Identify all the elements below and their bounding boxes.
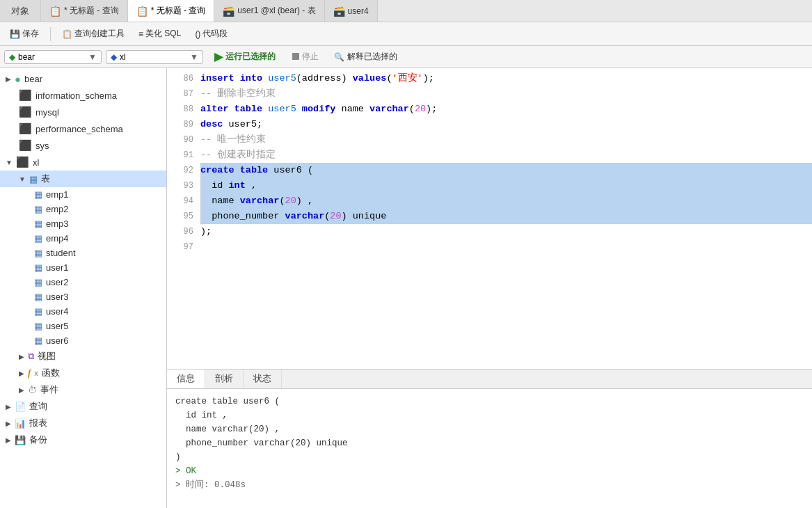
mysql-label: mysql: [35, 107, 59, 118]
bear-selector[interactable]: ◆ bear ▼: [4, 50, 102, 64]
sidebar-item-user5[interactable]: ▦ user5: [0, 319, 166, 333]
line-content-94: name varchar(20) ,: [200, 193, 812, 209]
query-build-button[interactable]: 📋 查询创建工具: [56, 26, 130, 42]
line-content-93: id int ,: [200, 178, 812, 193]
line-content-90: -- 唯一性约束: [200, 132, 812, 148]
query-icon: 📄: [15, 402, 26, 412]
sidebar-item-view[interactable]: ▶ ⧉ 视图: [0, 348, 166, 365]
line-num-96: 96: [167, 224, 200, 239]
sidebar-item-user2[interactable]: ▦ user2: [0, 275, 166, 289]
sidebar-item-func[interactable]: ▶ fx 函数: [0, 365, 166, 381]
sidebar-item-emp2[interactable]: ▦ emp2: [0, 202, 166, 216]
sidebar-item-table-group[interactable]: ▼ ▦ 表: [0, 170, 166, 187]
sidebar-item-xl[interactable]: ▼ ⬛ xl: [0, 154, 166, 170]
emp1-icon: ▦: [34, 189, 42, 200]
user6-label: user6: [46, 335, 69, 346]
sidebar-item-user1[interactable]: ▦ user1: [0, 260, 166, 275]
line-content-95: phone_number varchar(20) unique: [200, 209, 812, 224]
sidebar-item-information-schema[interactable]: ⬛ information_schema: [0, 87, 166, 104]
result-sql-line1: create table user6 (: [175, 395, 804, 408]
user2-label: user2: [46, 277, 69, 287]
tab-query2[interactable]: 📋 * 无标题 - 查询: [128, 0, 215, 22]
emp3-label: emp3: [46, 219, 69, 229]
code-line-96: 96 );: [167, 224, 812, 239]
tab-table2-label: user4: [348, 6, 369, 16]
run-button[interactable]: ▶ 运行已选择的: [207, 48, 282, 65]
sidebar-item-emp1[interactable]: ▦ emp1: [0, 187, 166, 202]
line-num-87: 87: [167, 86, 200, 102]
emp2-label: emp2: [46, 204, 69, 214]
result-tab-profile[interactable]: 剖析: [205, 370, 244, 388]
emp1-label: emp1: [46, 189, 69, 200]
result-content: create table user6 ( id int , name varch…: [167, 389, 812, 508]
sidebar-item-performance-schema[interactable]: ⬛ performance_schema: [0, 120, 166, 137]
code-editor[interactable]: 86 insert into user5(address) values('西安…: [167, 68, 812, 369]
bear-arrow-icon: ▼: [88, 52, 97, 62]
sidebar-item-sys[interactable]: ⬛ sys: [0, 137, 166, 154]
user2-icon: ▦: [34, 277, 42, 287]
emp4-icon: ▦: [34, 233, 42, 244]
tab-query1-label: * 无标题 - 查询: [64, 5, 119, 17]
emp3-icon: ▦: [34, 219, 42, 229]
tab-table2[interactable]: 🗃️ user4: [325, 0, 378, 22]
result-tab-info[interactable]: 信息: [167, 370, 205, 388]
sidebar-item-emp3[interactable]: ▦ emp3: [0, 216, 166, 231]
query2-icon: 📋: [136, 6, 148, 17]
line-num-94: 94: [167, 193, 200, 209]
result-ok: > OK: [175, 464, 804, 478]
tab-table1[interactable]: 🗃️ user1 @xl (bear) - 表: [214, 0, 324, 22]
sidebar-item-user6[interactable]: ▦ user6: [0, 333, 166, 348]
user3-label: user3: [46, 292, 69, 302]
func-label: 函数: [42, 367, 60, 379]
result-tab-status[interactable]: 状态: [244, 370, 282, 388]
event-expand-icon: ▶: [19, 386, 24, 394]
line-num-88: 88: [167, 102, 200, 117]
line-content-96: );: [200, 224, 812, 239]
code-segment-button[interactable]: () 代码段: [189, 26, 233, 42]
code-line-88: 88 alter table user5 modify name varchar…: [167, 102, 812, 117]
toolbar-sep1: [50, 27, 51, 41]
xl-label: xl: [120, 52, 126, 62]
main-layout: ▶ ● bear ⬛ information_schema ⬛ mysql ⬛ …: [0, 68, 812, 508]
line-num-93: 93: [167, 178, 200, 193]
bear-db-label: bear: [24, 74, 42, 84]
stop-button[interactable]: 停止: [287, 49, 324, 65]
explain-icon: 🔍: [334, 52, 344, 62]
user1-icon: ▦: [34, 262, 42, 273]
xl-arrow-icon: ▼: [190, 52, 198, 62]
user4-icon: ▦: [34, 306, 42, 317]
sidebar-item-mysql[interactable]: ⬛ mysql: [0, 104, 166, 120]
sidebar-item-query[interactable]: ▶ 📄 查询: [0, 398, 166, 415]
student-label: student: [46, 248, 76, 258]
bear-expand-icon: ▶: [6, 75, 11, 83]
table1-icon: 🗃️: [223, 6, 234, 17]
sidebar: ▶ ● bear ⬛ information_schema ⬛ mysql ⬛ …: [0, 68, 167, 508]
code-segment-label: 代码段: [202, 28, 228, 40]
sidebar-item-backup[interactable]: ▶ 💾 备份: [0, 431, 166, 448]
sidebar-item-event[interactable]: ▶ ⏱ 事件: [0, 381, 166, 398]
sidebar-item-bear[interactable]: ▶ ● bear: [0, 71, 166, 87]
sidebar-item-user4[interactable]: ▦ user4: [0, 304, 166, 319]
sidebar-item-emp4[interactable]: ▦ emp4: [0, 231, 166, 246]
code-line-97: 97: [167, 239, 812, 255]
func-expand-icon: ▶: [19, 370, 24, 377]
code-line-86: 86 insert into user5(address) values('西安…: [167, 71, 812, 86]
event-label: 事件: [40, 383, 58, 396]
sidebar-item-report[interactable]: ▶ 📊 报表: [0, 415, 166, 431]
mysql-icon: ⬛: [19, 106, 32, 118]
func-icon2: x: [34, 369, 38, 377]
beautify-button[interactable]: ≡ 美化 SQL: [133, 26, 186, 42]
code-line-93: 93 id int ,: [167, 178, 812, 193]
tab-object[interactable]: 对象: [0, 0, 41, 22]
xl-selector[interactable]: ◆ xl ▼: [106, 50, 203, 64]
result-tabs: 信息 剖析 状态: [167, 370, 812, 389]
save-button[interactable]: 💾 保存: [4, 26, 45, 42]
sidebar-item-user3[interactable]: ▦ user3: [0, 289, 166, 304]
sidebar-item-student[interactable]: ▦ student: [0, 246, 166, 260]
explain-button[interactable]: 🔍 解释已选择的: [328, 49, 403, 65]
user5-label: user5: [46, 321, 69, 331]
tab-query1[interactable]: 📋 * 无标题 - 查询: [41, 0, 128, 22]
line-num-91: 91: [167, 148, 200, 163]
code-line-94: 94 name varchar(20) ,: [167, 193, 812, 209]
code-line-92: 92 create table user6 (: [167, 163, 812, 178]
